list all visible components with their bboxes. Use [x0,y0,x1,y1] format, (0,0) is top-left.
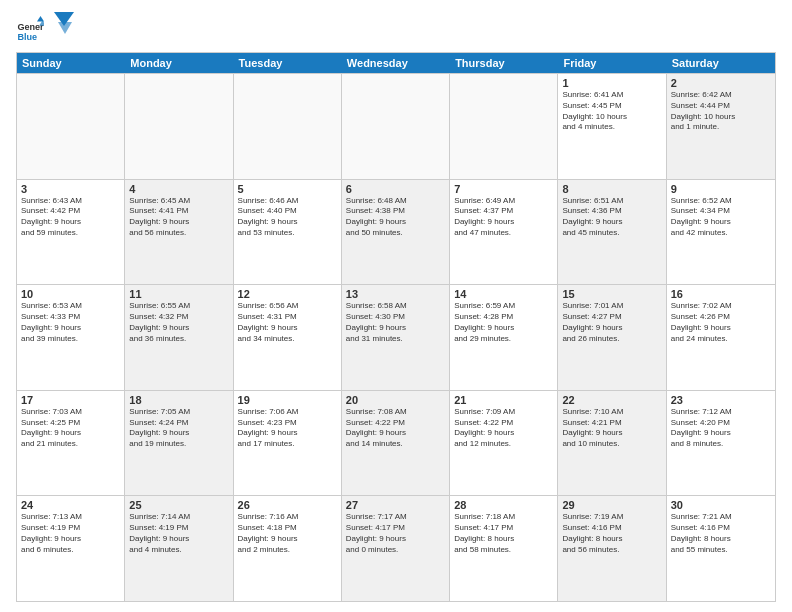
cell-text-line: Daylight: 9 hours [21,323,120,334]
cell-text-line: Sunrise: 6:41 AM [562,90,661,101]
day-number: 19 [238,394,337,406]
cell-text-line: and 56 minutes. [562,545,661,556]
cell-text-line: and 26 minutes. [562,334,661,345]
calendar-row-2: 10Sunrise: 6:53 AMSunset: 4:33 PMDayligh… [17,284,775,390]
cell-text-line: Sunset: 4:32 PM [129,312,228,323]
cell-text-line: and 34 minutes. [238,334,337,345]
cell-text-line: Daylight: 9 hours [129,323,228,334]
cell-text-line: and 17 minutes. [238,439,337,450]
day-number: 5 [238,183,337,195]
empty-cell [342,74,450,179]
cell-text-line: Sunrise: 7:21 AM [671,512,771,523]
day-cell-29: 29Sunrise: 7:19 AMSunset: 4:16 PMDayligh… [558,496,666,601]
day-number: 15 [562,288,661,300]
cell-text-line: Sunset: 4:19 PM [129,523,228,534]
day-number: 4 [129,183,228,195]
day-cell-25: 25Sunrise: 7:14 AMSunset: 4:19 PMDayligh… [125,496,233,601]
cell-text-line: Daylight: 9 hours [238,217,337,228]
cell-text-line: Daylight: 9 hours [562,323,661,334]
cell-text-line: Sunset: 4:30 PM [346,312,445,323]
calendar-row-3: 17Sunrise: 7:03 AMSunset: 4:25 PMDayligh… [17,390,775,496]
day-cell-15: 15Sunrise: 7:01 AMSunset: 4:27 PMDayligh… [558,285,666,390]
day-number: 26 [238,499,337,511]
day-cell-16: 16Sunrise: 7:02 AMSunset: 4:26 PMDayligh… [667,285,775,390]
cell-text-line: Sunrise: 6:55 AM [129,301,228,312]
cell-text-line: Sunset: 4:45 PM [562,101,661,112]
cell-text-line: Daylight: 9 hours [238,534,337,545]
cell-text-line: and 4 minutes. [562,122,661,133]
cell-text-line: Sunrise: 7:06 AM [238,407,337,418]
day-header-friday: Friday [558,53,666,73]
day-number: 24 [21,499,120,511]
empty-cell [450,74,558,179]
day-number: 13 [346,288,445,300]
cell-text-line: and 0 minutes. [346,545,445,556]
header: General Blue [16,16,776,44]
calendar-row-4: 24Sunrise: 7:13 AMSunset: 4:19 PMDayligh… [17,495,775,601]
cell-text-line: Daylight: 9 hours [129,428,228,439]
day-header-saturday: Saturday [667,53,775,73]
cell-text-line: Sunset: 4:33 PM [21,312,120,323]
cell-text-line: Sunrise: 7:03 AM [21,407,120,418]
cell-text-line: Sunset: 4:22 PM [454,418,553,429]
day-number: 8 [562,183,661,195]
cell-text-line: Daylight: 9 hours [21,534,120,545]
cell-text-line: and 59 minutes. [21,228,120,239]
day-number: 18 [129,394,228,406]
day-number: 9 [671,183,771,195]
day-number: 22 [562,394,661,406]
cell-text-line: Daylight: 9 hours [238,428,337,439]
cell-text-line: Daylight: 9 hours [454,323,553,334]
cell-text-line: and 39 minutes. [21,334,120,345]
day-cell-14: 14Sunrise: 6:59 AMSunset: 4:28 PMDayligh… [450,285,558,390]
day-number: 2 [671,77,771,89]
cell-text-line: and 36 minutes. [129,334,228,345]
cell-text-line: and 24 minutes. [671,334,771,345]
cell-text-line: Daylight: 9 hours [562,217,661,228]
cell-text-line: Daylight: 9 hours [671,428,771,439]
day-header-tuesday: Tuesday [234,53,342,73]
cell-text-line: and 29 minutes. [454,334,553,345]
svg-text:General: General [17,22,44,32]
cell-text-line: and 47 minutes. [454,228,553,239]
cell-text-line: Sunset: 4:38 PM [346,206,445,217]
cell-text-line: and 45 minutes. [562,228,661,239]
day-cell-10: 10Sunrise: 6:53 AMSunset: 4:33 PMDayligh… [17,285,125,390]
cell-text-line: Sunset: 4:17 PM [346,523,445,534]
day-cell-1: 1Sunrise: 6:41 AMSunset: 4:45 PMDaylight… [558,74,666,179]
cell-text-line: Sunrise: 6:46 AM [238,196,337,207]
day-number: 23 [671,394,771,406]
cell-text-line: Daylight: 10 hours [671,112,771,123]
cell-text-line: Sunrise: 6:48 AM [346,196,445,207]
day-cell-22: 22Sunrise: 7:10 AMSunset: 4:21 PMDayligh… [558,391,666,496]
cell-text-line: and 19 minutes. [129,439,228,450]
cell-text-line: and 50 minutes. [346,228,445,239]
day-cell-26: 26Sunrise: 7:16 AMSunset: 4:18 PMDayligh… [234,496,342,601]
cell-text-line: Daylight: 9 hours [346,428,445,439]
day-number: 17 [21,394,120,406]
cell-text-line: Sunrise: 7:12 AM [671,407,771,418]
cell-text-line: Sunset: 4:25 PM [21,418,120,429]
day-header-sunday: Sunday [17,53,125,73]
cell-text-line: Daylight: 10 hours [562,112,661,123]
cell-text-line: Daylight: 9 hours [21,217,120,228]
day-number: 11 [129,288,228,300]
cell-text-line: Sunrise: 7:02 AM [671,301,771,312]
cell-text-line: Daylight: 8 hours [562,534,661,545]
day-header-monday: Monday [125,53,233,73]
cell-text-line: Sunrise: 7:08 AM [346,407,445,418]
cell-text-line: Sunset: 4:26 PM [671,312,771,323]
cell-text-line: Daylight: 9 hours [346,217,445,228]
cell-text-line: Sunrise: 7:18 AM [454,512,553,523]
calendar-body: 1Sunrise: 6:41 AMSunset: 4:45 PMDaylight… [17,73,775,601]
empty-cell [234,74,342,179]
cell-text-line: Sunset: 4:24 PM [129,418,228,429]
cell-text-line: Sunrise: 6:43 AM [21,196,120,207]
cell-text-line: Daylight: 8 hours [454,534,553,545]
cell-text-line: Daylight: 9 hours [454,428,553,439]
cell-text-line: and 53 minutes. [238,228,337,239]
day-cell-6: 6Sunrise: 6:48 AMSunset: 4:38 PMDaylight… [342,180,450,285]
cell-text-line: Sunrise: 6:51 AM [562,196,661,207]
day-cell-28: 28Sunrise: 7:18 AMSunset: 4:17 PMDayligh… [450,496,558,601]
empty-cell [125,74,233,179]
